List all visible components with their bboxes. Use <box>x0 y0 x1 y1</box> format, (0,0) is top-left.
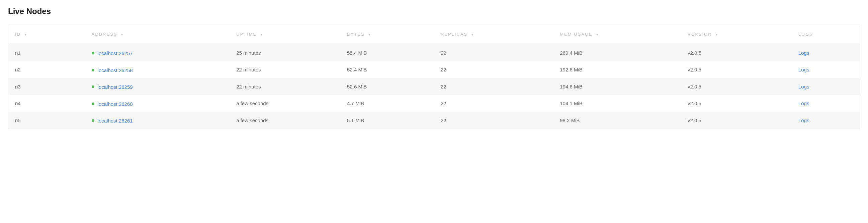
logs-link[interactable]: Logs <box>798 117 809 123</box>
node-uptime-cell: 22 minutes <box>229 62 340 78</box>
table-row: n5localhost:26261a few seconds5.1 MiB229… <box>8 112 860 129</box>
sort-indicator-icon: ▼ <box>121 33 124 36</box>
node-replicas-cell: 22 <box>434 112 553 129</box>
node-bytes-cell: 52.4 MiB <box>340 62 434 78</box>
status-dot-icon <box>92 85 94 88</box>
node-id-cell: n4 <box>8 95 85 112</box>
column-header-bytes[interactable]: BYTES ▼ <box>340 24 434 44</box>
status-dot-icon <box>92 52 94 54</box>
logs-link[interactable]: Logs <box>798 84 809 89</box>
table-row: n4localhost:26260a few seconds4.7 MiB221… <box>8 95 860 112</box>
node-address-link[interactable]: localhost:26257 <box>98 50 133 56</box>
node-memusage-cell: 192.6 MiB <box>553 62 681 78</box>
node-version-cell: v2.0.5 <box>681 78 792 95</box>
node-address-cell: localhost:26261 <box>85 112 230 129</box>
table-row: n2localhost:2625822 minutes52.4 MiB22192… <box>8 62 860 78</box>
node-address-link[interactable]: localhost:26258 <box>98 67 133 73</box>
node-logs-cell: Logs <box>792 112 860 129</box>
node-id-cell: n5 <box>8 112 85 129</box>
table-row: n3localhost:2625922 minutes52.6 MiB22194… <box>8 78 860 95</box>
column-header-label: LOGS <box>798 32 813 37</box>
node-id-cell: n2 <box>8 62 85 78</box>
status-dot-icon <box>92 119 94 122</box>
node-version-cell: v2.0.5 <box>681 95 792 112</box>
node-replicas-cell: 22 <box>434 95 553 112</box>
node-uptime-cell: a few seconds <box>229 95 340 112</box>
column-header-label: UPTIME <box>236 32 257 37</box>
column-header-replicas[interactable]: REPLICAS ▼ <box>434 24 553 44</box>
node-logs-cell: Logs <box>792 44 860 62</box>
column-header-address[interactable]: ADDRESS ▼ <box>85 24 230 44</box>
node-logs-cell: Logs <box>792 62 860 78</box>
node-id-cell: n1 <box>8 44 85 62</box>
sort-indicator-icon: ▼ <box>368 33 371 36</box>
node-address-cell: localhost:26260 <box>85 95 230 112</box>
column-header-id[interactable]: ID ▼ <box>8 24 85 44</box>
node-address-link[interactable]: localhost:26261 <box>98 118 133 123</box>
sort-indicator-icon: ▼ <box>596 33 599 36</box>
column-header-label: BYTES <box>347 32 365 37</box>
node-uptime-cell: 25 minutes <box>229 44 340 62</box>
column-header-label: ADDRESS <box>92 32 118 37</box>
node-version-cell: v2.0.5 <box>681 112 792 129</box>
node-address-cell: localhost:26257 <box>85 44 230 62</box>
column-header-label: ID <box>15 32 21 37</box>
node-logs-cell: Logs <box>792 78 860 95</box>
node-bytes-cell: 4.7 MiB <box>340 95 434 112</box>
node-memusage-cell: 98.2 MiB <box>553 112 681 129</box>
status-dot-icon <box>92 69 94 71</box>
page-title: Live Nodes <box>8 7 860 16</box>
node-memusage-cell: 104.1 MiB <box>553 95 681 112</box>
node-address-link[interactable]: localhost:26259 <box>98 84 133 90</box>
node-address-cell: localhost:26258 <box>85 62 230 78</box>
sort-indicator-icon: ▼ <box>24 33 28 36</box>
column-header-label: MEM USAGE <box>560 32 592 37</box>
node-replicas-cell: 22 <box>434 44 553 62</box>
sort-indicator-icon: ▼ <box>260 33 264 36</box>
status-dot-icon <box>92 103 94 105</box>
node-bytes-cell: 52.6 MiB <box>340 78 434 95</box>
node-uptime-cell: 22 minutes <box>229 78 340 95</box>
node-logs-cell: Logs <box>792 95 860 112</box>
logs-link[interactable]: Logs <box>798 50 809 56</box>
node-uptime-cell: a few seconds <box>229 112 340 129</box>
table-row: n1localhost:2625725 minutes55.4 MiB22269… <box>8 44 860 62</box>
node-bytes-cell: 5.1 MiB <box>340 112 434 129</box>
node-replicas-cell: 22 <box>434 62 553 78</box>
node-address-cell: localhost:26259 <box>85 78 230 95</box>
live-nodes-table: ID ▼ ADDRESS ▼ UPTIME ▼ BYTES ▼ REPLICAS… <box>8 24 860 129</box>
node-bytes-cell: 55.4 MiB <box>340 44 434 62</box>
node-memusage-cell: 269.4 MiB <box>553 44 681 62</box>
sort-indicator-icon: ▼ <box>471 33 474 36</box>
node-id-cell: n3 <box>8 78 85 95</box>
column-header-uptime[interactable]: UPTIME ▼ <box>229 24 340 44</box>
node-replicas-cell: 22 <box>434 78 553 95</box>
logs-link[interactable]: Logs <box>798 67 809 72</box>
column-header-logs: LOGS <box>792 24 860 44</box>
column-header-label: REPLICAS <box>441 32 467 37</box>
column-header-label: VERSION <box>688 32 712 37</box>
node-version-cell: v2.0.5 <box>681 62 792 78</box>
logs-link[interactable]: Logs <box>798 101 809 106</box>
node-version-cell: v2.0.5 <box>681 44 792 62</box>
column-header-memusage[interactable]: MEM USAGE ▼ <box>553 24 681 44</box>
column-header-version[interactable]: VERSION ▼ <box>681 24 792 44</box>
sort-indicator-icon: ▼ <box>715 33 719 36</box>
node-address-link[interactable]: localhost:26260 <box>98 101 133 107</box>
node-memusage-cell: 194.6 MiB <box>553 78 681 95</box>
